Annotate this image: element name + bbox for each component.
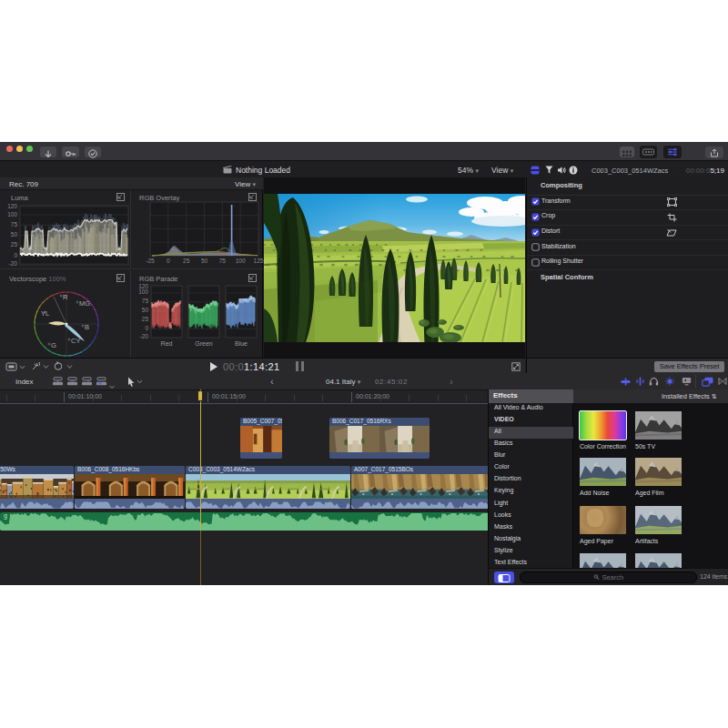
svg-text:G: G: [51, 341, 56, 349]
svg-text:YL: YL: [41, 309, 49, 318]
svg-text:R: R: [63, 293, 68, 301]
svg-text:B: B: [85, 323, 89, 331]
svg-text:CY: CY: [71, 337, 80, 345]
svg-text:MG: MG: [79, 299, 90, 308]
